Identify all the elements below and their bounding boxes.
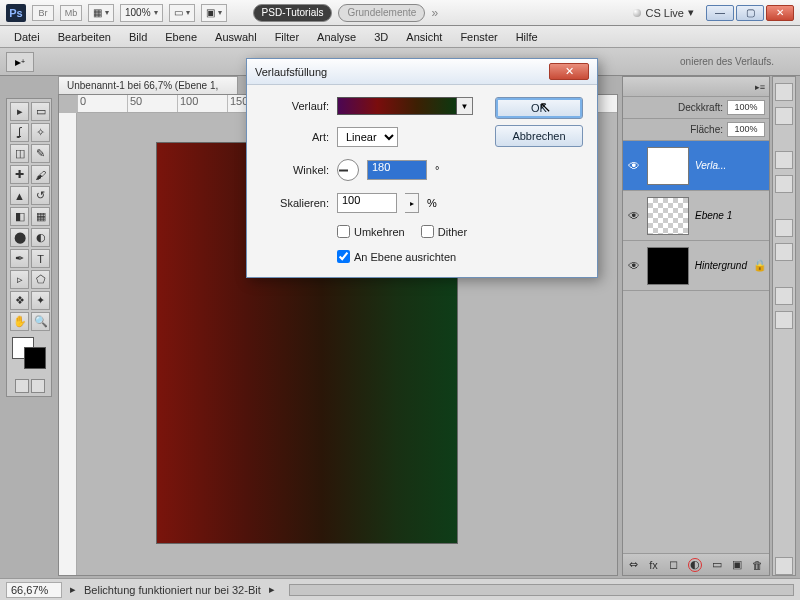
heal-tool[interactable]: ✚: [10, 165, 29, 184]
trash-icon[interactable]: 🗑: [752, 558, 763, 572]
fill-value[interactable]: 100%: [727, 122, 765, 137]
visibility-icon[interactable]: 👁: [627, 159, 641, 173]
background-swatch[interactable]: [24, 347, 46, 369]
bridge-button[interactable]: Br: [32, 5, 54, 21]
actions-panel-icon[interactable]: [775, 243, 793, 261]
pen-tool[interactable]: ✒: [10, 249, 29, 268]
workspace-pill[interactable]: Grundelemente: [338, 4, 425, 22]
menu-hilfe[interactable]: Hilfe: [508, 29, 546, 45]
eraser-tool[interactable]: ◧: [10, 207, 29, 226]
minibridge-button[interactable]: Mb: [60, 5, 82, 21]
zoom-dropdown[interactable]: 100%: [120, 4, 163, 22]
3d-cam-tool[interactable]: ✦: [31, 291, 50, 310]
path-tool[interactable]: ▹: [10, 270, 29, 289]
chevrons-icon[interactable]: »: [431, 6, 438, 20]
workspace-pill-active[interactable]: PSD-Tutorials: [253, 4, 333, 22]
gradient-picker[interactable]: ▼: [337, 97, 475, 115]
swatches-panel-icon[interactable]: [775, 107, 793, 125]
wand-tool[interactable]: ✧: [31, 123, 50, 142]
dialog-titlebar[interactable]: Verlaufsfüllung ✕: [247, 59, 597, 85]
arrange-dropdown[interactable]: ▭: [169, 4, 195, 22]
char-panel-icon[interactable]: [775, 287, 793, 305]
link-layers-icon[interactable]: ⇔: [629, 558, 639, 572]
menu-ebene[interactable]: Ebene: [157, 29, 205, 45]
panel-dock-strip: [772, 76, 796, 576]
opacity-value[interactable]: 100%: [727, 100, 765, 115]
umkehren-checkbox[interactable]: Umkehren: [337, 225, 405, 238]
layers-panel-icon[interactable]: [775, 557, 793, 575]
stamp-tool[interactable]: ▲: [10, 186, 29, 205]
layer-row[interactable]: 👁 Verla...: [623, 141, 769, 191]
menu-filter[interactable]: Filter: [267, 29, 307, 45]
brush-tool[interactable]: 🖌: [31, 165, 50, 184]
angle-dial[interactable]: [337, 159, 359, 181]
menu-3d[interactable]: 3D: [366, 29, 396, 45]
art-select[interactable]: Linear: [337, 127, 398, 147]
menu-fenster[interactable]: Fenster: [452, 29, 505, 45]
layer-row[interactable]: 👁 Hintergrund 🔒: [623, 241, 769, 291]
eyedropper-tool[interactable]: ✎: [31, 144, 50, 163]
winkel-input[interactable]: 180: [367, 160, 427, 180]
marquee-tool[interactable]: ▭: [31, 102, 50, 121]
zoom-field[interactable]: 66,67%: [6, 582, 62, 598]
window-minimize-button[interactable]: —: [706, 5, 734, 21]
layer-row[interactable]: 👁 Ebene 1: [623, 191, 769, 241]
zoom-tool[interactable]: 🔍: [31, 312, 50, 331]
menu-bearbeiten[interactable]: Bearbeiten: [50, 29, 119, 45]
window-close-button[interactable]: ✕: [766, 5, 794, 21]
current-tool-icon[interactable]: ▸+: [6, 52, 34, 72]
history-brush-tool[interactable]: ↺: [31, 186, 50, 205]
hand-tool[interactable]: ✋: [10, 312, 29, 331]
quickmask-toggle[interactable]: [15, 379, 29, 393]
gradient-tool[interactable]: ▦: [31, 207, 50, 226]
move-tool[interactable]: ▸: [10, 102, 29, 121]
menu-bild[interactable]: Bild: [121, 29, 155, 45]
status-arrow-icon[interactable]: ▸: [269, 583, 275, 596]
shape-tool[interactable]: ⬠: [31, 270, 50, 289]
dither-checkbox[interactable]: Dither: [421, 225, 467, 238]
masks-panel-icon[interactable]: [775, 175, 793, 193]
view-extras-dropdown[interactable]: ▦: [88, 4, 114, 22]
blur-tool[interactable]: ⬤: [10, 228, 29, 247]
new-layer-icon[interactable]: ▣: [732, 558, 742, 572]
crop-tool[interactable]: ◫: [10, 144, 29, 163]
color-panel-icon[interactable]: [775, 83, 793, 101]
visibility-icon[interactable]: 👁: [627, 259, 641, 273]
document-tab[interactable]: Unbenannt-1 bei 66,7% (Ebene 1,: [58, 76, 238, 94]
3d-tool[interactable]: ❖: [10, 291, 29, 310]
visibility-icon[interactable]: 👁: [627, 209, 641, 223]
status-arrow-icon[interactable]: ▸: [70, 583, 76, 596]
window-maximize-button[interactable]: ▢: [736, 5, 764, 21]
screenmode-toggle[interactable]: [31, 379, 45, 393]
fx-icon[interactable]: fx: [649, 558, 659, 572]
menu-datei[interactable]: Datei: [6, 29, 48, 45]
chevron-right-icon[interactable]: ▸: [405, 193, 419, 213]
panel-menu-icon[interactable]: ▸≡: [623, 77, 769, 97]
skalieren-input[interactable]: 100: [337, 193, 397, 213]
cancel-button[interactable]: Abbrechen: [495, 125, 583, 147]
mask-icon[interactable]: ◻: [668, 558, 678, 572]
type-tool[interactable]: T: [31, 249, 50, 268]
menu-auswahl[interactable]: Auswahl: [207, 29, 265, 45]
horizontal-scrollbar[interactable]: [289, 584, 794, 596]
group-icon[interactable]: ▭: [712, 558, 722, 572]
dodge-tool[interactable]: ◐: [31, 228, 50, 247]
lasso-tool[interactable]: ʆ: [10, 123, 29, 142]
menu-ansicht[interactable]: Ansicht: [398, 29, 450, 45]
para-panel-icon[interactable]: [775, 311, 793, 329]
application-bar: Ps Br Mb ▦ 100% ▭ ▣ PSD-Tutorials Grunde…: [0, 0, 800, 26]
ausrichten-checkbox[interactable]: An Ebene ausrichten: [337, 250, 456, 263]
color-swatches[interactable]: [10, 337, 50, 375]
menu-bar: Datei Bearbeiten Bild Ebene Auswahl Filt…: [0, 26, 800, 48]
chevron-down-icon[interactable]: ▼: [457, 97, 473, 115]
layer-thumb: [647, 247, 689, 285]
ok-button[interactable]: OK: [495, 97, 583, 119]
history-panel-icon[interactable]: [775, 219, 793, 237]
verlauf-label: Verlauf:: [261, 100, 329, 112]
screenmode-dropdown[interactable]: ▣: [201, 4, 227, 22]
adjustment-layer-icon[interactable]: ◐: [688, 558, 702, 572]
cs-live-button[interactable]: CS Live ▾: [633, 6, 694, 19]
dialog-close-button[interactable]: ✕: [549, 63, 589, 80]
menu-analyse[interactable]: Analyse: [309, 29, 364, 45]
adjust-panel-icon[interactable]: [775, 151, 793, 169]
